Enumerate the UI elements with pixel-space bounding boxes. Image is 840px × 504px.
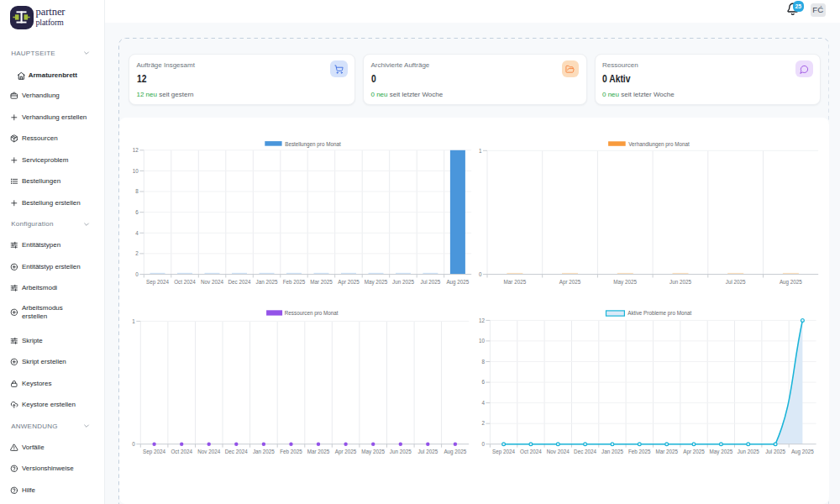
svg-text:1: 1 (479, 148, 482, 154)
svg-text:Jan 2025: Jan 2025 (601, 449, 623, 454)
svg-text:10: 10 (479, 338, 486, 344)
svg-text:Sep 2024: Sep 2024 (143, 449, 165, 455)
svg-text:Dec 2024: Dec 2024 (225, 449, 248, 454)
svg-text:Mar 2025: Mar 2025 (504, 279, 527, 285)
svg-text:Jun 2025: Jun 2025 (390, 449, 412, 454)
svg-text:Ressourcen pro Monat: Ressourcen pro Monat (285, 310, 339, 317)
svg-text:Apr 2025: Apr 2025 (559, 279, 581, 286)
svg-text:4: 4 (135, 230, 139, 236)
svg-text:Feb 2025: Feb 2025 (283, 279, 306, 285)
svg-text:Jun 2025: Jun 2025 (392, 279, 414, 285)
svg-text:Oct 2024: Oct 2024 (174, 279, 196, 285)
svg-text:Jun 2025: Jun 2025 (669, 279, 691, 285)
svg-text:Dec 2024: Dec 2024 (574, 449, 596, 454)
svg-text:Apr 2025: Apr 2025 (335, 449, 357, 455)
svg-text:Apr 2025: Apr 2025 (338, 279, 360, 286)
svg-text:0: 0 (481, 441, 485, 447)
svg-text:Apr 2025: Apr 2025 (683, 449, 705, 455)
svg-text:Jan 2025: Jan 2025 (253, 449, 275, 454)
svg-text:6: 6 (481, 379, 485, 385)
svg-text:8: 8 (135, 188, 139, 194)
svg-text:Jun 2025: Jun 2025 (738, 449, 759, 454)
svg-text:Jul 2025: Jul 2025 (417, 449, 438, 454)
svg-text:May 2025: May 2025 (365, 279, 388, 286)
svg-text:Aug 2025: Aug 2025 (780, 279, 802, 286)
svg-text:Jul 2025: Jul 2025 (765, 449, 785, 454)
svg-text:0: 0 (479, 271, 482, 277)
svg-text:Oct 2024: Oct 2024 (171, 449, 192, 454)
svg-text:12: 12 (133, 147, 139, 153)
svg-text:Aug 2025: Aug 2025 (444, 449, 466, 455)
svg-text:1: 1 (132, 318, 135, 324)
svg-text:Nov 2024: Nov 2024 (197, 449, 220, 454)
svg-text:2: 2 (481, 420, 485, 426)
svg-text:Bestellungen pro Monat: Bestellungen pro Monat (285, 141, 341, 148)
svg-text:May 2025: May 2025 (361, 449, 385, 455)
svg-text:Mar 2025: Mar 2025 (307, 449, 330, 454)
svg-text:Aug 2025: Aug 2025 (446, 279, 469, 286)
svg-text:Feb 2025: Feb 2025 (280, 449, 302, 454)
svg-text:Mar 2025: Mar 2025 (310, 279, 333, 285)
svg-text:Feb 2025: Feb 2025 (628, 449, 651, 454)
svg-text:Sep 2024: Sep 2024 (492, 449, 515, 455)
svg-text:Aktive Probleme pro Monat: Aktive Probleme pro Monat (627, 310, 691, 317)
svg-text:Jan 2025: Jan 2025 (256, 279, 278, 285)
svg-text:May 2025: May 2025 (710, 449, 733, 455)
svg-text:Sep 2024: Sep 2024 (146, 279, 169, 286)
svg-text:May 2025: May 2025 (613, 279, 637, 286)
svg-text:10: 10 (133, 168, 139, 174)
svg-text:12: 12 (479, 318, 486, 323)
svg-text:0: 0 (135, 271, 139, 277)
svg-text:Nov 2024: Nov 2024 (201, 279, 223, 285)
svg-text:Jul 2025: Jul 2025 (726, 279, 746, 285)
svg-text:Jul 2025: Jul 2025 (420, 279, 440, 285)
svg-text:2: 2 (135, 250, 139, 256)
svg-text:0: 0 (132, 441, 135, 447)
svg-text:Oct 2024: Oct 2024 (520, 449, 542, 454)
svg-text:4: 4 (481, 400, 485, 406)
svg-text:Dec 2024: Dec 2024 (228, 279, 251, 285)
svg-text:Aug 2025: Aug 2025 (791, 449, 814, 455)
svg-text:Nov 2024: Nov 2024 (547, 449, 570, 454)
svg-text:6: 6 (135, 209, 139, 215)
svg-text:Mar 2025: Mar 2025 (655, 449, 678, 454)
svg-text:8: 8 (481, 359, 485, 365)
svg-text:Verhandlungen pro Monat: Verhandlungen pro Monat (628, 141, 690, 148)
